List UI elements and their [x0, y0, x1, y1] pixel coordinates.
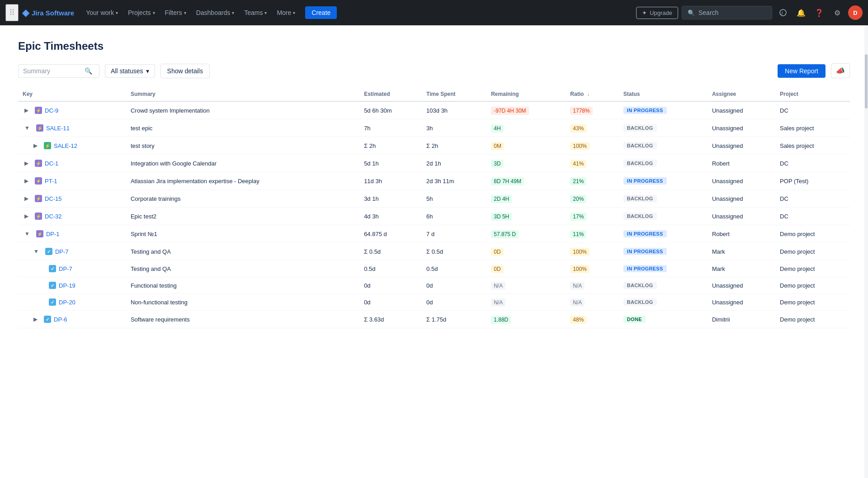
settings-icon-button[interactable]: ⚙: [830, 5, 844, 20]
table-row: ▶ ⚡ DC-15 Corporate trainings 3d 1h 5h 2…: [18, 190, 850, 208]
table-row: ▶ ⚡ PT-1 Atlassian Jira implementation e…: [18, 172, 850, 190]
cell-time-spent: 7 d: [422, 225, 486, 243]
cell-summary: Integration with Google Calendar: [126, 155, 359, 172]
chevron-down-icon: ▾: [184, 10, 186, 15]
search-input[interactable]: [698, 9, 762, 16]
cell-ratio: 100%: [566, 260, 619, 277]
issue-key-link[interactable]: PT-1: [45, 178, 57, 185]
status-badge: BACKLOG: [623, 282, 657, 289]
notifications-icon-button[interactable]: 🔔: [794, 5, 808, 20]
status-badge: BACKLOG: [623, 124, 657, 132]
expand-button[interactable]: [41, 301, 44, 303]
show-details-button[interactable]: Show details: [160, 64, 210, 78]
cell-assignee: Robert: [708, 225, 775, 243]
remaining-value: 0D: [491, 265, 503, 273]
cell-time-spent: 0d: [422, 277, 486, 294]
cell-ratio: 20%: [566, 190, 619, 208]
summary-search-box[interactable]: 🔍: [18, 64, 99, 78]
expand-button[interactable]: ▶: [23, 212, 30, 220]
app-logo[interactable]: ◆ Jira Software: [22, 7, 74, 18]
issue-key-link[interactable]: DC-32: [45, 213, 62, 220]
issue-type-icon: ✓: [49, 282, 56, 289]
expand-button[interactable]: ▼: [32, 247, 41, 256]
new-report-button[interactable]: New Report: [778, 64, 826, 78]
expand-button[interactable]: ▼: [23, 230, 32, 238]
cell-estimated: 7h: [359, 119, 422, 137]
cell-project: POP (Test): [775, 172, 850, 190]
jira-icon-button[interactable]: J: [776, 5, 790, 20]
nav-your-work[interactable]: Your work ▾: [81, 6, 123, 19]
cell-remaining: 57.875 D: [486, 225, 566, 243]
issue-key-link[interactable]: DC-9: [45, 107, 58, 114]
announce-button[interactable]: 📣: [831, 63, 850, 78]
issue-key-link[interactable]: DC-15: [45, 195, 62, 202]
search-box[interactable]: 🔍: [682, 6, 772, 19]
cell-assignee: Unassigned: [708, 101, 775, 119]
issue-key-link[interactable]: DP-6: [54, 316, 67, 323]
cell-ratio: N/A: [566, 294, 619, 311]
table-row: ▶ ⚡ DC-9 Crowd system Implementation 5d …: [18, 101, 850, 119]
summary-input[interactable]: [23, 67, 82, 75]
remaining-value: N/A: [491, 282, 505, 290]
upgrade-button[interactable]: ✦ Upgrade: [636, 7, 678, 19]
issue-key-link[interactable]: DP-20: [59, 299, 75, 306]
issue-type-icon: ✓: [44, 316, 51, 323]
chevron-down-icon: ▾: [146, 67, 149, 75]
timesheets-table: Key Summary Estimated Time Spent Remaini…: [18, 87, 850, 328]
scrollbar[interactable]: [864, 25, 868, 343]
cell-project: Demo project: [775, 243, 850, 260]
expand-button[interactable]: ▶: [23, 194, 30, 203]
issue-key-link[interactable]: DC-1: [45, 160, 58, 167]
help-icon-button[interactable]: ❓: [812, 5, 826, 20]
issue-key-link[interactable]: DP-7: [55, 248, 69, 255]
expand-button[interactable]: ▶: [23, 159, 30, 167]
nav-dashboards[interactable]: Dashboards ▾: [192, 6, 239, 19]
cell-project: Demo project: [775, 260, 850, 277]
issue-key-link[interactable]: SALE-11: [46, 125, 70, 132]
expand-button[interactable]: ▶: [32, 142, 39, 150]
cell-remaining: 0M: [486, 137, 566, 155]
issue-key-link[interactable]: DP-1: [46, 231, 60, 237]
cell-remaining: 2D 4H: [486, 190, 566, 208]
expand-button[interactable]: [41, 284, 44, 286]
expand-button[interactable]: ▶: [23, 106, 30, 114]
apps-icon[interactable]: ⠿: [5, 4, 19, 21]
issue-key-link[interactable]: DP-7: [59, 265, 72, 272]
cell-key: ▶ ⚡ DC-15: [18, 190, 126, 208]
svg-text:J: J: [781, 11, 783, 15]
cell-status: BACKLOG: [619, 208, 708, 225]
cell-status: BACKLOG: [619, 137, 708, 155]
issue-key-link[interactable]: DP-19: [59, 282, 75, 289]
cell-ratio: 100%: [566, 137, 619, 155]
nav-projects[interactable]: Projects ▾: [123, 6, 160, 19]
nav-teams[interactable]: Teams ▾: [240, 6, 271, 19]
cell-remaining: -97D 4H 30M: [486, 101, 566, 119]
cell-assignee: Mark: [708, 260, 775, 277]
cell-summary: Non-functional testing: [126, 294, 359, 311]
scrollbar-thumb[interactable]: [865, 54, 868, 109]
ratio-value: 41%: [570, 160, 586, 168]
cell-estimated: 0.5d: [359, 260, 422, 277]
expand-button[interactable]: [41, 268, 44, 270]
status-badge: BACKLOG: [623, 213, 657, 220]
remaining-value: 3D 5H: [491, 213, 512, 221]
expand-button[interactable]: ▶: [32, 315, 39, 323]
cell-time-spent: Σ 2h: [422, 137, 486, 155]
expand-button[interactable]: ▼: [23, 124, 32, 132]
cell-time-spent: 0.5d: [422, 260, 486, 277]
cell-key: ▼ ⚡ DP-1: [18, 225, 126, 243]
expand-button[interactable]: ▶: [23, 177, 30, 185]
cell-status: BACKLOG: [619, 277, 708, 294]
nav-more[interactable]: More ▾: [272, 6, 300, 19]
cell-estimated: 0d: [359, 294, 422, 311]
create-button[interactable]: Create: [305, 6, 337, 19]
user-avatar[interactable]: D: [848, 5, 863, 20]
all-statuses-filter[interactable]: All statuses ▾: [105, 64, 155, 78]
issue-key-link[interactable]: SALE-12: [54, 142, 77, 149]
remaining-value: 1.88D: [491, 316, 511, 324]
cell-ratio: 21%: [566, 172, 619, 190]
nav-filters[interactable]: Filters ▾: [160, 6, 191, 19]
cell-summary: test epic: [126, 119, 359, 137]
cell-key: ▼ ✓ DP-7: [18, 243, 126, 260]
cell-estimated: 5d 1h: [359, 155, 422, 172]
